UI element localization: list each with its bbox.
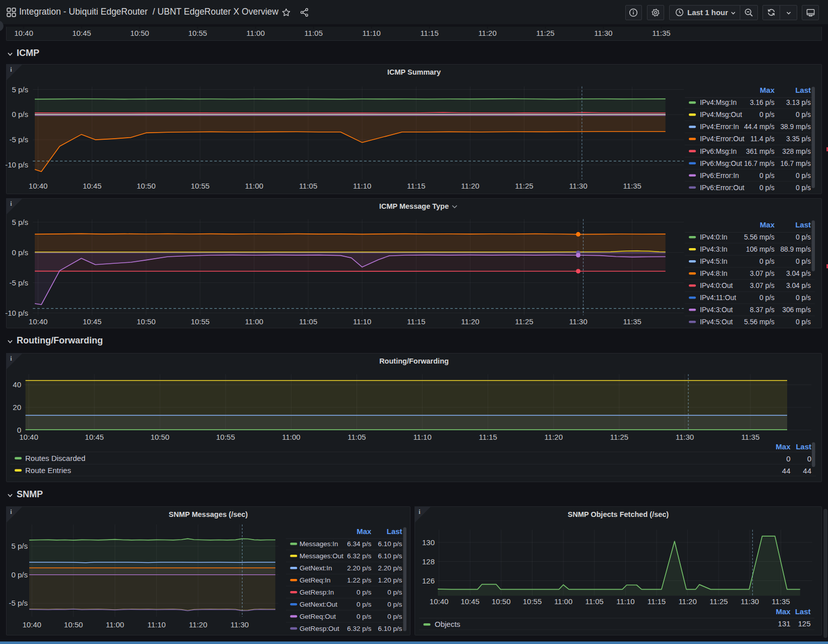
svg-text:3.07 p/s: 3.07 p/s <box>750 282 775 289</box>
svg-text:11:00: 11:00 <box>554 597 572 606</box>
svg-text:IPv4:0:Out: IPv4:0:Out <box>700 282 733 289</box>
svg-text:10:55: 10:55 <box>188 29 207 37</box>
svg-text:0 p/s: 0 p/s <box>796 184 811 192</box>
svg-text:11:30: 11:30 <box>230 620 249 629</box>
svg-text:11:15: 11:15 <box>407 182 425 190</box>
svg-text:Last: Last <box>795 220 811 229</box>
svg-text:0 p/s: 0 p/s <box>387 613 402 620</box>
svg-text:10:40: 10:40 <box>29 182 48 190</box>
svg-text:11:15: 11:15 <box>647 597 666 606</box>
svg-text:11:15: 11:15 <box>407 317 425 326</box>
svg-text:ICMP Message Type: ICMP Message Type <box>379 202 449 210</box>
svg-text:6.10 p/s: 6.10 p/s <box>378 552 402 560</box>
svg-text:0 p/s: 0 p/s <box>796 318 811 326</box>
svg-text:3.35 p/s: 3.35 p/s <box>786 135 811 143</box>
svg-text:IPv4:5:Out: IPv4:5:Out <box>700 318 733 326</box>
svg-text:5 p/s: 5 p/s <box>12 218 28 226</box>
svg-text:128: 128 <box>422 557 435 566</box>
svg-text:0 p/s: 0 p/s <box>387 589 402 596</box>
svg-text:0: 0 <box>786 454 790 463</box>
svg-text:11:10: 11:10 <box>362 29 380 37</box>
svg-text:10:45: 10:45 <box>460 597 480 606</box>
svg-text:IPv6:Msg:In: IPv6:Msg:In <box>700 148 737 155</box>
svg-text:11:05: 11:05 <box>347 433 366 441</box>
svg-text:11:35: 11:35 <box>741 433 759 441</box>
svg-text:10:40: 10:40 <box>14 29 33 37</box>
svg-text:10:40: 10:40 <box>29 317 48 326</box>
svg-text:10:50: 10:50 <box>150 433 169 441</box>
svg-text:44.4 mp/s: 44.4 mp/s <box>744 123 775 131</box>
svg-text:IPv4:Error:In: IPv4:Error:In <box>700 123 739 131</box>
svg-text:11:10: 11:10 <box>147 620 165 629</box>
svg-text:3.13 p/s: 3.13 p/s <box>786 99 811 106</box>
svg-text:SNMP Messages (/sec): SNMP Messages (/sec) <box>169 510 248 518</box>
svg-text:-10 p/s: -10 p/s <box>5 309 28 317</box>
svg-text:0 p/s: 0 p/s <box>796 111 811 119</box>
svg-text:Routing/Forwarding: Routing/Forwarding <box>379 357 449 365</box>
svg-text:2.20 p/s: 2.20 p/s <box>347 564 371 572</box>
svg-text:106 mp/s: 106 mp/s <box>746 246 775 253</box>
svg-text:Last: Last <box>796 442 811 451</box>
svg-text:306 mp/s: 306 mp/s <box>782 306 811 314</box>
svg-text:Objects: Objects <box>435 620 460 628</box>
svg-text:11:25: 11:25 <box>709 597 728 606</box>
svg-text:0 p/s: 0 p/s <box>796 258 811 265</box>
svg-text:11:00: 11:00 <box>247 29 265 37</box>
svg-text:-5 p/s: -5 p/s <box>9 278 28 287</box>
svg-text:10:55: 10:55 <box>191 182 210 190</box>
svg-text:6.32 p/s: 6.32 p/s <box>347 625 371 632</box>
svg-text:131: 131 <box>778 619 791 628</box>
svg-text:Max: Max <box>776 442 791 451</box>
svg-text:11:35: 11:35 <box>652 29 670 37</box>
svg-text:GetReq:In: GetReq:In <box>300 576 331 584</box>
svg-text:11:20: 11:20 <box>545 433 563 441</box>
svg-text:Max: Max <box>776 607 791 616</box>
svg-text:IPv6:Error:In: IPv6:Error:In <box>700 172 739 180</box>
svg-text:IPv4:Msg:In: IPv4:Msg:In <box>700 99 737 106</box>
svg-text:3.04 p/s: 3.04 p/s <box>786 270 811 277</box>
svg-text:10:40: 10:40 <box>430 597 449 606</box>
svg-text:10:50: 10:50 <box>130 29 149 37</box>
svg-text:GetReq:Out: GetReq:Out <box>300 613 336 620</box>
svg-text:IPv4:0:In: IPv4:0:In <box>700 233 727 241</box>
svg-text:10:45: 10:45 <box>83 317 102 326</box>
svg-text:11:30: 11:30 <box>741 597 759 606</box>
svg-text:11:05: 11:05 <box>299 317 317 326</box>
svg-text:0 p/s: 0 p/s <box>387 601 402 608</box>
svg-text:11:20: 11:20 <box>461 317 479 326</box>
svg-text:0 p/s: 0 p/s <box>357 589 372 596</box>
svg-text:16.7 mp/s: 16.7 mp/s <box>780 160 811 167</box>
svg-text:ICMP Summary: ICMP Summary <box>387 68 441 76</box>
svg-text:5 p/s: 5 p/s <box>11 542 28 550</box>
svg-text:11:20: 11:20 <box>189 620 207 629</box>
svg-text:11:25: 11:25 <box>515 317 533 326</box>
svg-text:38.9 mp/s: 38.9 mp/s <box>780 123 811 131</box>
svg-text:Routes Discarded: Routes Discarded <box>25 454 85 462</box>
svg-text:11:05: 11:05 <box>585 597 603 606</box>
svg-text:11:20: 11:20 <box>461 182 479 190</box>
svg-text:GetResp:Out: GetResp:Out <box>300 625 339 632</box>
svg-text:Max: Max <box>760 86 775 94</box>
svg-text:0 p/s: 0 p/s <box>796 294 811 302</box>
svg-text:126: 126 <box>422 576 435 585</box>
svg-text:10:50: 10:50 <box>137 182 156 190</box>
svg-text:10:40: 10:40 <box>22 620 41 629</box>
svg-text:361 mp/s: 361 mp/s <box>746 148 775 155</box>
svg-text:11:20: 11:20 <box>678 597 696 606</box>
svg-text:11:00: 11:00 <box>245 182 263 190</box>
svg-text:IPv4:5:In: IPv4:5:In <box>700 258 727 265</box>
svg-text:Max: Max <box>760 220 775 229</box>
svg-text:11:30: 11:30 <box>569 317 587 326</box>
svg-text:40: 40 <box>13 380 21 389</box>
svg-text:Route Entries: Route Entries <box>25 466 71 475</box>
svg-text:44: 44 <box>803 466 811 475</box>
svg-text:11:30: 11:30 <box>676 433 694 441</box>
svg-text:0 p/s: 0 p/s <box>796 233 811 241</box>
svg-text:5.56 mp/s: 5.56 mp/s <box>744 233 775 241</box>
svg-text:IPv6:Error:Out: IPv6:Error:Out <box>700 184 744 192</box>
svg-text:0 p/s: 0 p/s <box>759 111 775 119</box>
svg-text:16.7 mp/s: 16.7 mp/s <box>744 160 775 167</box>
svg-text:44: 44 <box>782 466 791 475</box>
svg-text:11:30: 11:30 <box>594 29 612 37</box>
svg-text:11:25: 11:25 <box>515 182 533 190</box>
